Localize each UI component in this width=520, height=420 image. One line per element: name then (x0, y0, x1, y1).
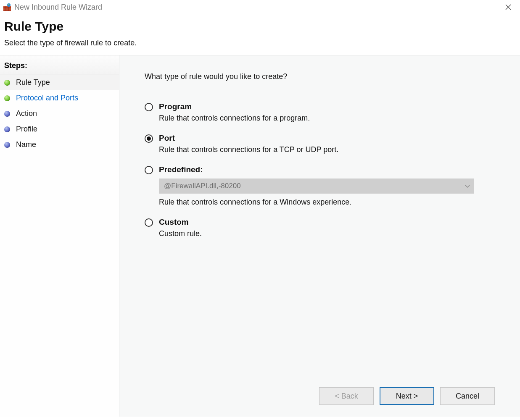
step-rule-type[interactable]: Rule Type (0, 75, 119, 90)
page-subtitle: Select the type of firewall rule to crea… (4, 39, 516, 47)
radio-custom[interactable] (145, 218, 153, 227)
svg-point-6 (8, 4, 9, 5)
option-port-desc: Rule that controls connections for a TCP… (159, 145, 495, 154)
page-title: Rule Type (4, 19, 516, 34)
close-button[interactable] (500, 1, 517, 13)
step-profile: Profile (0, 121, 119, 137)
sidebar: Steps: Rule Type Protocol and Ports Acti… (0, 55, 119, 417)
option-custom-desc: Custom rule. (159, 229, 495, 238)
step-protocol-and-ports[interactable]: Protocol and Ports (0, 90, 119, 106)
next-button[interactable]: Next > (380, 387, 434, 405)
step-label: Profile (16, 125, 37, 134)
radio-port[interactable] (145, 134, 153, 143)
titlebar: New Inbound Rule Wizard (0, 0, 520, 14)
step-label: Protocol and Ports (16, 94, 78, 102)
chevron-down-icon (465, 178, 470, 194)
step-label: Rule Type (16, 78, 50, 87)
svg-point-5 (7, 3, 11, 7)
cancel-button[interactable]: Cancel (440, 387, 495, 405)
svg-rect-2 (3, 8, 11, 10)
window-title: New Inbound Rule Wizard (14, 3, 102, 12)
close-icon (505, 4, 511, 10)
footer-buttons: < Back Next > Cancel (145, 379, 495, 417)
radio-program[interactable] (145, 103, 153, 111)
radio-predefined[interactable] (145, 166, 153, 174)
step-label: Action (16, 109, 37, 118)
back-button: < Back (319, 387, 374, 405)
option-custom-label: Custom (159, 218, 495, 227)
bullet-icon (4, 111, 10, 117)
main-panel: What type of rule would you like to crea… (119, 55, 520, 417)
step-action: Action (0, 106, 119, 121)
bullet-icon (4, 126, 10, 132)
predefined-select: @FirewallAPI.dll,-80200 (159, 178, 474, 194)
step-name: Name (0, 137, 119, 152)
option-custom[interactable]: Custom Custom rule. (145, 218, 495, 238)
step-label: Name (16, 140, 36, 149)
bullet-icon (4, 142, 10, 148)
header: Rule Type Select the type of firewall ru… (0, 14, 520, 55)
sidebar-heading: Steps: (0, 58, 119, 75)
option-program-label: Program (159, 102, 495, 111)
bullet-icon (4, 95, 10, 101)
option-port-label: Port (159, 134, 495, 143)
option-predefined-desc: Rule that controls connections for a Win… (159, 198, 495, 207)
option-port[interactable]: Port Rule that controls connections for … (145, 134, 495, 154)
rule-type-options: Program Rule that controls connections f… (145, 102, 495, 249)
prompt-text: What type of rule would you like to crea… (145, 72, 495, 81)
option-program-desc: Rule that controls connections for a pro… (159, 114, 495, 123)
body: Steps: Rule Type Protocol and Ports Acti… (0, 55, 520, 417)
option-program[interactable]: Program Rule that controls connections f… (145, 102, 495, 123)
option-predefined[interactable]: Predefined: @FirewallAPI.dll,-80200 Rule… (145, 165, 495, 207)
firewall-icon (3, 3, 11, 11)
option-predefined-label: Predefined: (159, 165, 495, 174)
predefined-select-value: @FirewallAPI.dll,-80200 (164, 182, 241, 190)
bullet-icon (4, 80, 10, 86)
